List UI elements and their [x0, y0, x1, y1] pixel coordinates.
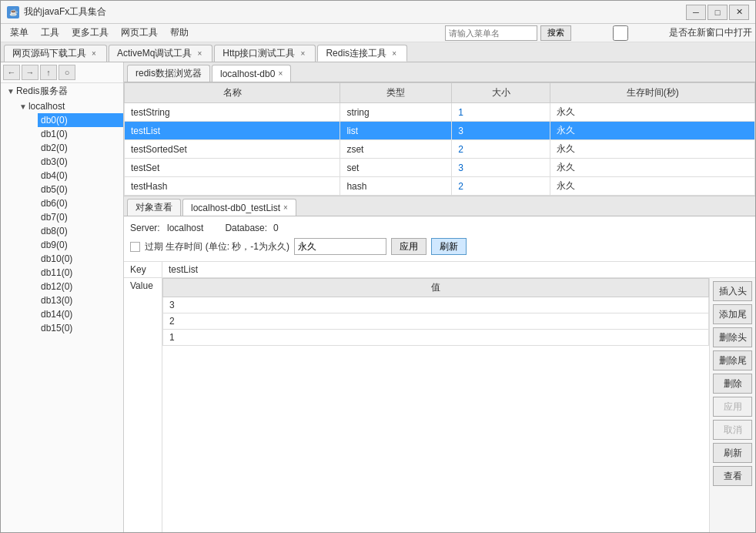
- cell-type: list: [340, 122, 452, 140]
- action-btn-刷新[interactable]: 刷新: [713, 443, 752, 463]
- col-ttl: 生存时间(秒): [550, 83, 755, 103]
- tree-node-localhost[interactable]: ▼ localhost: [16, 99, 123, 113]
- cell-type: zset: [340, 140, 452, 159]
- browser-tab-localhost-db0[interactable]: localhost-db0 ×: [212, 65, 291, 82]
- value-row-item[interactable]: 1: [163, 330, 709, 346]
- tab-close-http[interactable]: ×: [298, 49, 307, 59]
- kv-main: Key testList Value 值 321: [124, 262, 755, 532]
- server-label: Server:: [130, 223, 161, 233]
- data-table: 名称 类型 大小 生存时间(秒) testString string 1 永久 …: [124, 82, 755, 196]
- new-window-checkbox[interactable]: [574, 25, 667, 41]
- browser-tab-close[interactable]: ×: [278, 69, 283, 78]
- refresh-ttl-button[interactable]: 刷新: [431, 238, 467, 255]
- tab-http[interactable]: Http接口测试工具 ×: [214, 45, 316, 62]
- table-row[interactable]: testSet set 3 永久: [125, 159, 755, 177]
- action-btn-查看[interactable]: 查看: [713, 466, 752, 486]
- nav-refresh[interactable]: ○: [59, 65, 75, 80]
- value-row: Value 值 321 插入头添加尾删除头删除尾删除应用取消刷新查看: [124, 278, 755, 532]
- new-window-label[interactable]: 是否在新窗口中打开: [574, 25, 752, 41]
- menu-item-caidan[interactable]: 菜单: [4, 25, 35, 41]
- restore-button[interactable]: □: [707, 5, 728, 20]
- tree-node-db15[interactable]: db15(0): [38, 321, 123, 335]
- cell-ttl: 永久: [550, 159, 755, 177]
- tree-node-db2[interactable]: db2(0): [38, 141, 123, 155]
- tab-webpage-download[interactable]: 网页源码下载工具 ×: [4, 45, 107, 62]
- lower-tab-testlist[interactable]: localhost-db0_testList ×: [182, 199, 296, 216]
- tree-root: ▼ Redis服务器 ▼ localhost db0(0) db1(0) db2…: [1, 83, 123, 335]
- cell-size: 3: [452, 159, 550, 177]
- close-button[interactable]: ✕: [729, 5, 749, 20]
- tree-node-db8[interactable]: db8(0): [38, 224, 123, 238]
- window-controls: ─ □ ✕: [686, 5, 749, 20]
- apply-ttl-button[interactable]: 应用: [391, 238, 427, 255]
- tree-node-db13[interactable]: db13(0): [38, 293, 123, 307]
- right-panel: redis数据浏览器 localhost-db0 × 名称 类型 大小 生存时间…: [124, 62, 755, 532]
- tab-close-webpage[interactable]: ×: [89, 49, 99, 59]
- menu-item-gengduo[interactable]: 更多工具: [65, 25, 115, 41]
- nav-up[interactable]: ↑: [40, 65, 57, 80]
- search-input[interactable]: [445, 25, 537, 41]
- tree-node-db12[interactable]: db12(0): [38, 280, 123, 293]
- tree-node-db14[interactable]: db14(0): [38, 307, 123, 321]
- detail-area: Server: localhost Database: 0 过期 生存时间 (单…: [124, 216, 755, 261]
- tree-db-group: db0(0) db1(0) db2(0) db3(0) db4(0) db5(0…: [16, 113, 123, 335]
- table-row[interactable]: testHash hash 2 永久: [125, 177, 755, 196]
- cell-ttl: 永久: [550, 140, 755, 159]
- value-row-item[interactable]: 3: [163, 297, 709, 313]
- sidebar: ← → ↑ ○ ▼ Redis服务器 ▼ localhost: [1, 62, 124, 532]
- tree-node-db1[interactable]: db1(0): [38, 127, 123, 141]
- tab-redis[interactable]: Redis连接工具 ×: [317, 45, 407, 62]
- tree-node-db7[interactable]: db7(0): [38, 210, 123, 224]
- database-label: Database:: [225, 223, 267, 233]
- database-value: 0: [273, 223, 279, 233]
- tab-close-redis[interactable]: ×: [390, 49, 399, 58]
- action-btn-添加尾[interactable]: 添加尾: [713, 304, 752, 324]
- menu-item-bangzhu[interactable]: 帮助: [164, 25, 195, 41]
- tree-node-db6[interactable]: db6(0): [38, 196, 123, 210]
- table-row[interactable]: testString string 1 永久: [125, 103, 755, 122]
- tab-close-activemq[interactable]: ×: [195, 49, 204, 59]
- tree-localhost-group: ▼ localhost db0(0) db1(0) db2(0) db3(0) …: [4, 99, 123, 335]
- tree-node-db5[interactable]: db5(0): [38, 183, 123, 196]
- menubar: 菜单 工具 更多工具 网页工具 帮助 搜索 是否在新窗口中打开: [1, 24, 755, 42]
- titlebar: ☕ 我的javaFx工具集合 ─ □ ✕: [1, 1, 755, 24]
- cell-type: string: [340, 103, 452, 122]
- nav-forward[interactable]: →: [22, 65, 38, 80]
- action-btn-删除尾[interactable]: 删除尾: [713, 350, 752, 370]
- cell-name: testSortedSet: [125, 140, 340, 159]
- menu-item-gongju[interactable]: 工具: [35, 25, 65, 41]
- table-row[interactable]: testList list 3 永久: [125, 122, 755, 140]
- data-table-area: 名称 类型 大小 生存时间(秒) testString string 1 永久 …: [124, 82, 755, 196]
- col-name: 名称: [125, 83, 340, 103]
- cell-ttl: 永久: [550, 177, 755, 196]
- tab-activemq[interactable]: ActiveMq调试工具 ×: [109, 45, 212, 62]
- action-btn-删除头[interactable]: 删除头: [713, 327, 752, 347]
- tree-node-root[interactable]: ▼ Redis服务器: [4, 83, 123, 99]
- kv-container: Key testList Value 值 321: [124, 261, 755, 532]
- lower-panel: 对象查看 localhost-db0_testList × Server: lo…: [124, 196, 755, 532]
- tree-node-db4[interactable]: db4(0): [38, 169, 123, 183]
- cell-size: 2: [452, 140, 550, 159]
- tree-node-db3[interactable]: db3(0): [38, 155, 123, 169]
- minimize-button[interactable]: ─: [686, 5, 706, 20]
- menu-item-wangye[interactable]: 网页工具: [115, 25, 164, 41]
- table-row[interactable]: testSortedSet zset 2 永久: [125, 140, 755, 159]
- tree-node-db10[interactable]: db10(0): [38, 252, 123, 266]
- search-area: 搜索 是否在新窗口中打开: [445, 25, 752, 41]
- tree-node-db9[interactable]: db9(0): [38, 238, 123, 252]
- action-btn-插入头[interactable]: 插入头: [713, 281, 752, 301]
- nav-back[interactable]: ←: [3, 65, 20, 80]
- lower-tab-close[interactable]: ×: [283, 203, 288, 212]
- server-row: Server: localhost Database: 0: [130, 223, 749, 233]
- action-btn-删除[interactable]: 删除: [713, 374, 752, 394]
- tree-node-db11[interactable]: db11(0): [38, 266, 123, 280]
- ttl-checkbox[interactable]: [130, 242, 140, 252]
- tree-node-db0[interactable]: db0(0): [38, 113, 123, 127]
- search-button[interactable]: 搜索: [540, 25, 571, 41]
- action-buttons: 插入头添加尾删除头删除尾删除应用取消刷新查看: [709, 278, 755, 532]
- server-value: localhost: [167, 223, 203, 233]
- lower-tab-viewer[interactable]: 对象查看: [127, 199, 181, 216]
- browser-tab-browser[interactable]: redis数据浏览器: [127, 65, 210, 82]
- value-row-item[interactable]: 2: [163, 313, 709, 330]
- ttl-input[interactable]: [294, 238, 386, 255]
